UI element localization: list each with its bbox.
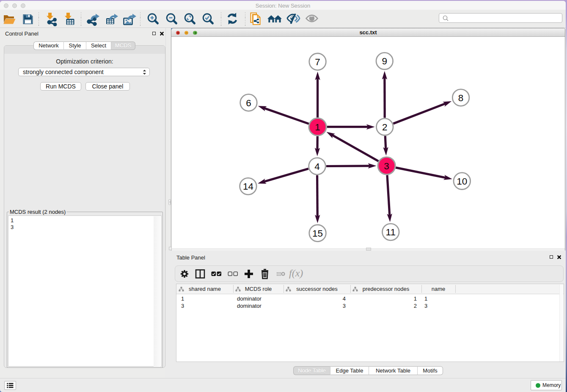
svg-text:7: 7 bbox=[315, 57, 320, 67]
svg-text:6: 6 bbox=[246, 98, 251, 108]
svg-text:2: 2 bbox=[382, 122, 388, 133]
svg-text:11: 11 bbox=[386, 227, 396, 237]
svg-text:15: 15 bbox=[312, 228, 323, 239]
svg-text:14: 14 bbox=[243, 181, 253, 192]
svg-text:8: 8 bbox=[458, 93, 464, 103]
svg-text:1: 1 bbox=[315, 122, 320, 133]
svg-text:9: 9 bbox=[382, 56, 388, 66]
svg-text:3: 3 bbox=[384, 161, 389, 171]
svg-text:10: 10 bbox=[457, 176, 467, 187]
svg-text:4: 4 bbox=[314, 161, 320, 172]
